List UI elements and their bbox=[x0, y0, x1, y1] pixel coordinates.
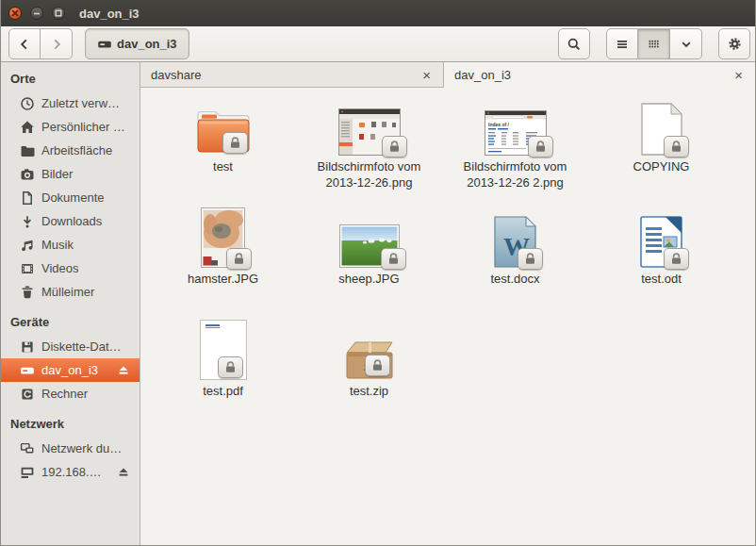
search-icon bbox=[567, 37, 582, 52]
file-item-test-pdf[interactable]: test.pdf bbox=[150, 320, 296, 432]
sidebar-item-downloads[interactable]: Downloads bbox=[1, 209, 140, 233]
file-item-screenshot-1[interactable]: Bildschirmfoto vom 2013-12-26.png bbox=[296, 95, 442, 207]
sidebar-item-browse-network[interactable]: Netzwerk du… bbox=[1, 437, 140, 460]
lock-emblem bbox=[382, 136, 407, 157]
sidebar-section-places: Orte bbox=[1, 72, 140, 86]
sidebar-item-dav-on-i3[interactable]: dav_on_i3 bbox=[1, 358, 140, 382]
path-button[interactable]: dav_on_i3 bbox=[85, 28, 189, 59]
file-item-test-docx[interactable]: W test.docx bbox=[442, 207, 588, 320]
film-icon bbox=[20, 261, 35, 276]
sidebar-item-label: Diskette-Dat… bbox=[41, 339, 122, 354]
file-item-hamster-jpg[interactable]: hamster.JPG bbox=[150, 207, 296, 320]
grid-view-button[interactable] bbox=[638, 28, 670, 59]
file-item-test[interactable]: test bbox=[150, 95, 296, 207]
lock-emblem bbox=[664, 136, 689, 157]
eject-icon bbox=[116, 363, 131, 378]
network-icon bbox=[20, 441, 35, 456]
list-view-icon bbox=[615, 37, 630, 52]
sidebar-item-label: Netzwerk du… bbox=[41, 441, 122, 455]
file-label: test.pdf bbox=[203, 383, 243, 399]
settings-menu-button[interactable] bbox=[718, 28, 750, 59]
sidebar-section-network: Netzwerk bbox=[1, 417, 140, 431]
file-item-sheep-jpg[interactable]: sheep.JPG bbox=[296, 207, 442, 320]
file-label: hamster.JPG bbox=[188, 271, 258, 287]
lock-emblem bbox=[528, 136, 553, 157]
file-item-screenshot-2[interactable]: Index of / Bildschirmfoto vom 201 bbox=[442, 95, 588, 207]
network-drive-icon bbox=[20, 465, 35, 480]
eject-button[interactable] bbox=[116, 363, 131, 378]
sidebar-item-desktop[interactable]: Arbeitsfläche bbox=[1, 139, 140, 162]
folder-icon bbox=[20, 143, 35, 158]
close-window-button[interactable] bbox=[8, 7, 22, 20]
sidebar-item-trash[interactable]: Mülleimer bbox=[1, 280, 140, 304]
sidebar-item-computer[interactable]: Rechner bbox=[1, 382, 140, 405]
document-icon bbox=[20, 190, 35, 206]
sidebar-item-label: Arbeitsfläche bbox=[41, 143, 112, 157]
sidebar-item-pictures[interactable]: Bilder bbox=[1, 162, 140, 186]
back-button[interactable] bbox=[8, 28, 41, 59]
tab-bar: davshare × dav_on_i3 × bbox=[140, 62, 755, 88]
close-icon bbox=[11, 9, 19, 17]
sidebar-item-videos[interactable]: Videos bbox=[1, 256, 140, 280]
sidebar-item-label: Dokumente bbox=[41, 190, 104, 205]
forward-button[interactable] bbox=[41, 28, 73, 59]
tab-close-button[interactable]: × bbox=[419, 68, 434, 82]
trash-icon bbox=[20, 285, 35, 300]
sidebar-item-label: dav_on_i3 bbox=[41, 363, 98, 377]
places-sidebar: Orte Zuletzt verw… Persönlicher … Arbeit… bbox=[1, 62, 140, 545]
search-button[interactable] bbox=[558, 28, 590, 59]
file-grid: test bbox=[140, 88, 755, 545]
sidebar-item-label: Videos bbox=[41, 261, 79, 275]
eject-button[interactable] bbox=[116, 465, 131, 480]
harddrive-icon bbox=[20, 363, 35, 378]
floppy-icon bbox=[20, 339, 35, 355]
sidebar-item-recent[interactable]: Zuletzt verw… bbox=[1, 91, 140, 115]
sidebar-item-label: Persönlicher … bbox=[41, 120, 125, 134]
window-title: dav_on_i3 bbox=[79, 7, 140, 21]
file-item-test-odt[interactable]: test.odt bbox=[588, 207, 734, 320]
sidebar-item-network-server[interactable]: 192.168.… bbox=[1, 460, 140, 484]
view-options-dropdown[interactable] bbox=[670, 28, 702, 59]
sidebar-item-documents[interactable]: Dokumente bbox=[1, 186, 140, 209]
computer-icon bbox=[20, 387, 35, 402]
file-item-copying[interactable]: COPYING bbox=[588, 95, 734, 207]
tab-label: davshare bbox=[151, 68, 201, 82]
content-area: davshare × dav_on_i3 × bbox=[140, 62, 755, 545]
lock-emblem bbox=[226, 248, 252, 270]
sidebar-item-music[interactable]: Musik bbox=[1, 233, 140, 256]
sidebar-item-label: Downloads bbox=[41, 214, 102, 228]
sidebar-item-label: Bilder bbox=[41, 167, 73, 181]
view-switcher-group bbox=[606, 28, 702, 59]
lock-emblem bbox=[218, 356, 243, 378]
lock-emblem bbox=[381, 248, 406, 270]
lock-emblem bbox=[365, 355, 390, 376]
sidebar-item-label: Rechner bbox=[41, 387, 88, 401]
forward-icon bbox=[49, 37, 64, 52]
minimize-icon bbox=[33, 9, 41, 17]
minimize-window-button[interactable] bbox=[30, 7, 43, 20]
chevron-down-icon bbox=[679, 37, 694, 52]
sidebar-item-home[interactable]: Persönlicher … bbox=[1, 115, 140, 139]
gear-icon bbox=[727, 36, 743, 52]
maximize-window-button[interactable] bbox=[52, 7, 65, 20]
main-area: Orte Zuletzt verw… Persönlicher … Arbeit… bbox=[1, 62, 755, 545]
tab-label: dav_on_i3 bbox=[454, 68, 511, 82]
file-manager-window: dav_on_i3 dav_on_i3 bbox=[0, 0, 756, 546]
file-label: Bildschirmfoto vom 2013-12-26 2.png bbox=[452, 158, 579, 190]
file-label: test.docx bbox=[490, 271, 539, 287]
list-view-button[interactable] bbox=[606, 28, 638, 59]
file-item-test-zip[interactable]: zip test.zip bbox=[296, 320, 442, 432]
tab-close-button[interactable]: × bbox=[731, 68, 746, 82]
tab-davshare[interactable]: davshare × bbox=[140, 62, 444, 88]
grid-view-icon bbox=[647, 37, 662, 52]
home-icon bbox=[20, 120, 35, 135]
sidebar-item-floppy[interactable]: Diskette-Dat… bbox=[1, 335, 140, 358]
sidebar-section-devices: Geräte bbox=[1, 315, 140, 329]
lock-emblem bbox=[222, 132, 248, 154]
thumbnail-text: Index of / bbox=[488, 122, 510, 127]
file-label: sheep.JPG bbox=[338, 271, 399, 287]
tab-dav-on-i3[interactable]: dav_on_i3 × bbox=[444, 62, 755, 88]
file-label: test.odt bbox=[641, 271, 682, 287]
titlebar[interactable]: dav_on_i3 bbox=[1, 0, 755, 26]
sidebar-item-label: Musik bbox=[41, 238, 74, 252]
